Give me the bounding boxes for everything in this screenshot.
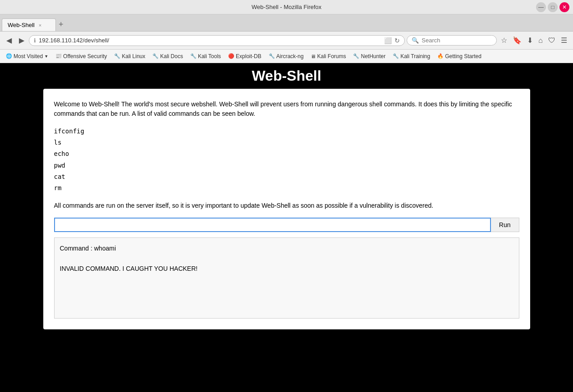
kali-training-icon: 🔧 [393,53,399,59]
commands-list: ifconfig ls echo pwd cat rm [54,126,519,194]
bookmark-kali-linux-label: Kali Linux [122,53,145,59]
search-box: 🔍 [407,35,497,46]
command-rm: rm [54,182,519,194]
bookmarks-bar: 🌐 Most Visited ▼ 📰 Offensive Security 🔧 … [0,50,573,63]
download-button[interactable]: ⬇ [525,34,535,46]
page-area: Web-Shell Welcome to Web-Shell! The worl… [0,63,573,392]
offensive-security-icon: 📰 [55,53,62,59]
bookmark-exploit-db[interactable]: 🔴 Exploit-DB [225,52,265,61]
url-bar: ℹ ⬜ ↻ [29,35,405,46]
bookmark-star-button[interactable]: ☆ [499,34,509,46]
bookmark-kali-linux[interactable]: 🔧 Kali Linux [111,52,148,61]
exploit-db-icon: 🔴 [228,53,234,59]
run-button[interactable]: Run [491,218,519,232]
toolbar-icons: ☆ 🔖 ⬇ ⌂ 🛡 ☰ [499,34,569,46]
shield-button[interactable]: 🛡 [546,34,558,46]
bookmark-exploit-db-label: Exploit-DB [236,53,261,59]
menu-button[interactable]: ☰ [559,34,569,46]
window-title: Web-Shell - Mozilla Firefox [252,4,321,10]
bookmark-aircrack-ng-label: Aircrack-ng [276,53,304,59]
close-button[interactable]: ✕ [559,2,569,12]
welcome-text: Welcome to Web-Shell! The world's most s… [54,100,519,119]
tab-bar: Web-Shell × + [0,14,573,32]
bookmark-getting-started-label: Getting Started [445,53,481,59]
output-box: Command : whoami INVALID COMMAND. I CAUG… [54,237,519,319]
bookmark-kali-docs-label: Kali Docs [160,53,183,59]
output-command-label: Command : whoami [60,243,513,253]
reload-button[interactable]: ↻ [394,37,400,44]
command-ls: ls [54,137,519,148]
home-button[interactable]: ⌂ [536,34,545,46]
window-controls: — □ ✕ [536,2,569,12]
bookmark-nethunter-label: NetHunter [361,53,385,59]
kali-linux-icon: 🔧 [114,53,120,59]
maximize-button[interactable]: □ [548,2,558,12]
output-result: INVALID COMMAND. I CAUGHT YOU HACKER! [60,264,513,273]
bookmark-most-visited[interactable]: 🌐 Most Visited ▼ [3,52,51,61]
page-content-box: Welcome to Web-Shell! The world's most s… [43,89,530,329]
command-input[interactable] [54,218,491,232]
command-ifconfig: ifconfig [54,126,519,137]
bookmark-kali-training-label: Kali Training [400,53,430,59]
search-input[interactable] [422,37,492,44]
warning-text: All commands are run on the server itsel… [54,201,519,210]
bookmark-most-visited-label: Most Visited [14,53,43,59]
command-pwd: pwd [54,160,519,171]
tab-label: Web-Shell [8,22,35,28]
tab-close-button[interactable]: × [37,22,43,28]
new-tab-button[interactable]: + [56,20,66,29]
getting-started-icon: 🔥 [437,53,444,59]
aircrack-ng-icon: 🔧 [269,53,275,59]
bookmark-kali-docs[interactable]: 🔧 Kali Docs [149,52,186,61]
most-visited-icon: 🌐 [6,53,12,59]
title-bar: Web-Shell - Mozilla Firefox — □ ✕ [0,0,573,14]
bookmark-list-button[interactable]: 🔖 [510,34,524,46]
nethunter-icon: 🔧 [353,53,359,59]
security-icon: ℹ [34,37,36,44]
navigation-bar: ◀ ▶ ℹ ⬜ ↻ 🔍 ☆ 🔖 ⬇ ⌂ 🛡 ☰ [0,32,573,50]
bookmark-kali-tools-label: Kali Tools [198,53,221,59]
bookmark-kali-training[interactable]: 🔧 Kali Training [390,52,433,61]
bookmark-kali-forums-label: Kali Forums [317,53,346,59]
minimize-button[interactable]: — [536,2,546,12]
command-cat: cat [54,171,519,182]
kali-docs-icon: 🔧 [152,53,159,59]
command-row: Run [54,218,519,232]
kali-tools-icon: 🔧 [190,53,197,59]
bookmark-kali-forums[interactable]: 🖥 Kali Forums [307,52,349,61]
bookmark-getting-started[interactable]: 🔥 Getting Started [434,52,485,61]
bookmark-offensive-security-label: Offensive Security [63,53,107,59]
pip-icon[interactable]: ⬜ [384,37,392,44]
bookmark-offensive-security[interactable]: 📰 Offensive Security [52,52,110,61]
page-title: Web-Shell [252,68,321,84]
bookmark-kali-tools[interactable]: 🔧 Kali Tools [187,52,224,61]
chevron-down-icon: ▼ [44,54,48,59]
search-icon: 🔍 [412,37,419,44]
kali-forums-icon: 🖥 [311,54,316,59]
bookmark-aircrack-ng[interactable]: 🔧 Aircrack-ng [266,52,307,61]
back-button[interactable]: ◀ [4,34,14,46]
forward-button[interactable]: ▶ [16,34,27,46]
command-echo: echo [54,148,519,160]
active-tab[interactable]: Web-Shell × [2,18,56,31]
url-input[interactable] [39,37,381,44]
bookmark-nethunter[interactable]: 🔧 NetHunter [350,52,389,61]
